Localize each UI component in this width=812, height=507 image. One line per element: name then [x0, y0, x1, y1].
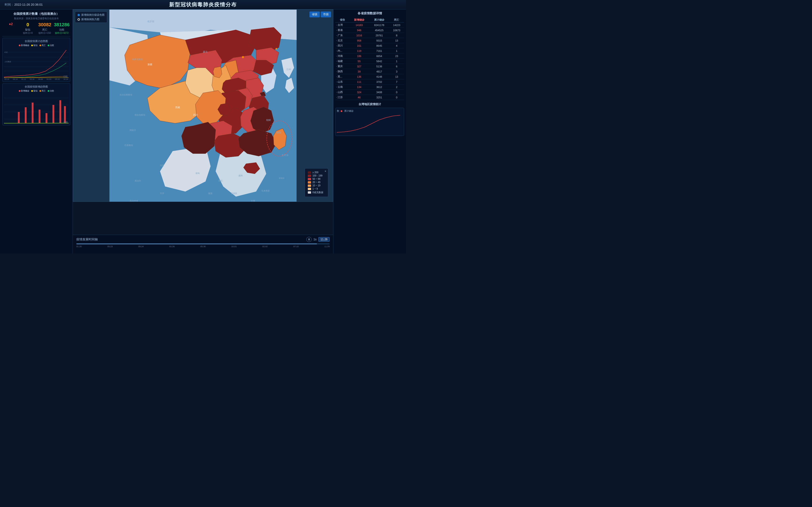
afghan-label: 阿富汗 — [130, 129, 136, 131]
table-row[interactable]: ›福建 55 5842 1 — [335, 59, 404, 64]
new-trend-chart: 全国疫情新增趋势图 新增确诊 疑似 死亡 治愈 — [2, 83, 70, 125]
province-new-cases: 136 — [349, 74, 369, 79]
pacific-label: 太平洋 — [282, 154, 289, 157]
japan-label: 日本 — [287, 68, 291, 71]
legend-50-99: 50 ~ 99 — [308, 178, 325, 180]
table-row[interactable]: ›北京 958 9315 13 — [335, 38, 404, 43]
death-delta: 较昨日+150 — [37, 32, 53, 35]
province-total-cases: 8645 — [369, 43, 389, 48]
map-legend-item-2: 新增病例热力图 — [78, 17, 105, 21]
province-new-cases: 14183 — [349, 22, 369, 28]
legend-color-50-99 — [308, 178, 311, 180]
expand-arrow: › — [336, 96, 337, 99]
timeline-bar[interactable] — [77, 243, 329, 244]
province-deaths: 1 — [389, 48, 404, 54]
province-total-cases: 5842 — [369, 59, 389, 64]
expand-arrow: › — [336, 86, 337, 88]
timeline-date-4: 01.26 — [169, 245, 175, 247]
map-color-legend: ✕ ≥ 200 100 - 199 50 ~ 99 20 ~ 49 10 ~ 1… — [305, 168, 328, 197]
province-new-cases: 1016 — [349, 33, 369, 38]
legend-close-btn[interactable]: ✕ — [324, 169, 327, 173]
province-deaths: 14223 — [389, 22, 404, 28]
provincial-btn[interactable]: 省级 — [309, 11, 320, 17]
table-row[interactable]: ›台湾 14183 8241178 14223 — [335, 22, 404, 28]
province-new-cases: 958 — [349, 38, 369, 43]
table-row[interactable]: ›云南 134 3612 2 — [335, 84, 404, 90]
expand-arrow: › — [336, 45, 337, 47]
beijing-dot — [242, 56, 244, 58]
cumulative-trend-title: 全国疫情累计趋势图 — [4, 40, 68, 43]
province-deaths: 3 — [389, 69, 404, 74]
table-row[interactable]: ›陕西 39 4817 3 — [335, 69, 404, 74]
table-row[interactable]: ›四川 161 8645 4 — [335, 43, 404, 48]
province-name: ›云南 — [335, 84, 349, 90]
province-deaths: 23 — [389, 54, 404, 59]
province-tbody: ›台湾 14183 8241178 14223 ›香港 948 454525 1… — [335, 22, 404, 100]
province-name: ›陕西 — [335, 69, 349, 74]
legend-color-200plus — [308, 171, 311, 174]
province-name: ›广东 — [335, 33, 349, 38]
timeline-date-9: 11.29 — [324, 245, 329, 247]
province-name: ›台湾 — [335, 22, 349, 28]
table-row[interactable]: ›重庆 327 5138 6 — [335, 64, 404, 69]
legend-1-9: 1 ~ 9 — [308, 187, 325, 190]
timeline-pause-btn[interactable]: ⏸ — [306, 237, 312, 242]
map-container: 新增病例分级设色图 新增病例热力图 省级 市级 — [73, 9, 333, 202]
south-korea-label: 韩国 — [276, 131, 281, 134]
province-total-cases: 3251 — [369, 95, 389, 100]
time-label: 时间： — [5, 3, 14, 7]
province-deaths: 0 — [389, 90, 404, 95]
province-new-cases: 55 — [349, 59, 369, 64]
province-new-cases: 111 — [349, 79, 369, 84]
cumulative-trend-area: 幻亿 上亿数据 日期 — [4, 48, 68, 78]
philippines-label: 菲律宾 — [279, 177, 285, 179]
brunei-label: 文莱 — [251, 200, 255, 202]
legend-100-199: 100 - 199 — [308, 174, 325, 177]
province-total-cases: 8241178 — [369, 22, 389, 28]
table-row[interactable]: ›内... 119 7161 1 — [335, 48, 404, 54]
city-btn[interactable]: 市级 — [321, 11, 331, 17]
map-legend-item-1: 新增病例分级设色图 — [78, 13, 105, 17]
table-row[interactable]: ›山东 111 3702 7 — [335, 79, 404, 84]
province-total-cases: 6654 — [369, 54, 389, 59]
timeline-progress — [77, 243, 317, 244]
province-name: ›江苏 — [335, 95, 349, 100]
expand-arrow: › — [336, 29, 337, 32]
new-trend-title: 全国疫情新增趋势图 — [4, 85, 68, 89]
expand-arrow: › — [336, 75, 337, 78]
province-total-cases: 3702 — [369, 79, 389, 84]
india-label: 印度 — [160, 164, 164, 167]
legend-suspected: 疑似 — [31, 44, 38, 47]
table-row[interactable]: ›广东 1016 29761 8 — [335, 33, 404, 38]
province-new-cases: 134 — [349, 84, 369, 90]
province-new-cases: 186 — [349, 54, 369, 59]
cumulative-trend-chart: 全国疫情累计趋势图 新增确诊 疑似 死亡 治愈 — [2, 38, 70, 82]
map-legend-header: 新增病例分级设色图 新增病例热力图 — [75, 11, 107, 23]
svg-rect-12 — [25, 107, 27, 123]
korea-label: 朝鲜 — [266, 119, 271, 121]
stat-confirmed: ●2 — [2, 22, 19, 26]
svg-text:幻亿: 幻亿 — [4, 51, 8, 53]
province-deaths: 2 — [389, 84, 404, 90]
province-new-cases: 324 — [349, 90, 369, 95]
legend-label-100-199: 100 - 199 — [312, 174, 322, 177]
pakistan-label: 巴基斯坦 — [124, 144, 133, 147]
legend-cured: 治愈 — [48, 44, 54, 47]
province-deaths: 1 — [389, 59, 404, 64]
timeline-header: 疫情发展时间轴 ⏸ 1s 11.26 — [77, 237, 329, 242]
legend-label-1-9: 1 ~ 9 — [312, 187, 318, 190]
legend2-suspected: 疑似 — [31, 90, 38, 93]
table-row[interactable]: ›香港 948 454525 10673 — [335, 28, 404, 33]
expand-arrow: › — [336, 70, 337, 73]
table-row[interactable]: ›黑... 136 4148 13 — [335, 74, 404, 79]
table-row[interactable]: ›江苏 46 3251 0 — [335, 95, 404, 100]
legend-10-19: 10 ~ 19 — [308, 184, 325, 187]
province-deaths: 13 — [389, 74, 404, 79]
table-row[interactable]: ›河南 186 6654 23 — [335, 54, 404, 59]
expand-arrow: › — [336, 50, 337, 52]
cambodia-label: 柬埔寨 — [231, 192, 237, 194]
timeline-date-5: 05.30 — [200, 245, 206, 247]
province-deaths: 8 — [389, 33, 404, 38]
table-row[interactable]: ›山西 324 3408 0 — [335, 90, 404, 95]
legend-color-1-9 — [308, 188, 311, 190]
